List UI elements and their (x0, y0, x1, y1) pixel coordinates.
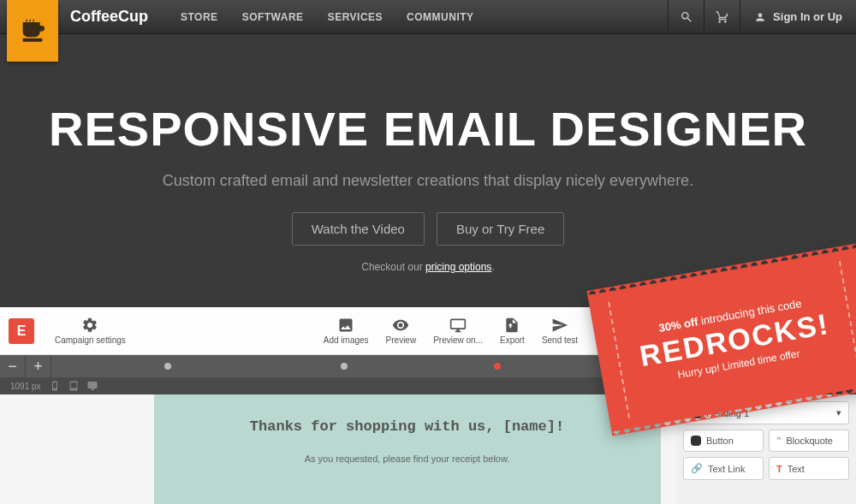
breakpoint-marker[interactable] (341, 363, 348, 370)
export-button[interactable]: Export (491, 317, 533, 345)
buy-try-button[interactable]: Buy or Try Free (437, 212, 564, 246)
breakpoint-marker-active[interactable] (494, 363, 501, 370)
send-icon (551, 317, 568, 334)
preview-on-button[interactable]: Preview on... (425, 317, 491, 345)
pricing-link[interactable]: pricing options (425, 261, 491, 273)
cart-icon (716, 10, 729, 24)
email-heading: Thanks for shopping with us, [name]! (171, 418, 643, 435)
brand-logo[interactable] (7, 0, 58, 62)
watch-video-button[interactable]: Watch the Video (292, 212, 425, 246)
toolbar-center: Add images Preview Preview on... Export … (315, 317, 586, 345)
coffee-cup-icon (19, 17, 46, 44)
top-navbar: CoffeeCup STORE SOFTWARE SERVICES COMMUN… (0, 0, 856, 34)
signin-label: Sign In or Up (773, 10, 842, 23)
send-test-button[interactable]: Send test (533, 317, 586, 345)
breakpoint-marker[interactable] (164, 363, 171, 370)
tablet-icon (68, 381, 79, 391)
add-images-button[interactable]: Add images (315, 317, 377, 345)
nav-store[interactable]: STORE (169, 0, 230, 33)
blockquote-element[interactable]: ”Blockquote (769, 430, 849, 452)
textlink-element[interactable]: 🔗Text Link (683, 457, 764, 480)
nav-software[interactable]: SOFTWARE (230, 0, 316, 33)
brand-name[interactable]: CoffeeCup (70, 8, 148, 26)
desktop-icon (87, 381, 98, 391)
zoom-in-button[interactable]: + (26, 355, 51, 377)
export-icon (503, 317, 520, 334)
button-element[interactable]: Button (683, 430, 764, 452)
image-icon (337, 317, 354, 334)
zoom-out-button[interactable]: − (0, 355, 26, 377)
campaign-settings-button[interactable]: Campaign settings (46, 317, 134, 345)
ticket-perforation (608, 302, 630, 418)
text-element[interactable]: TText (769, 457, 849, 480)
hero-subtitle: Custom crafted email and newsletter crea… (17, 172, 839, 190)
cart-button[interactable] (704, 0, 740, 33)
email-preview[interactable]: Thanks for shopping with us, [name]! As … (154, 394, 661, 504)
phone-icon (50, 381, 60, 391)
ticket-perforation (839, 261, 856, 377)
signin-button[interactable]: Sign In or Up (740, 0, 856, 33)
email-body: As you requested, please find your recei… (171, 454, 643, 464)
nav-right: Sign In or Up (668, 0, 856, 33)
nav-services[interactable]: SERVICES (316, 0, 395, 33)
gear-icon (81, 317, 98, 334)
hero-title: RESPONSIVE EMAIL DESIGNER (17, 101, 839, 157)
search-icon (680, 10, 693, 24)
user-icon (754, 11, 766, 23)
nav-community[interactable]: COMMUNITY (395, 0, 486, 33)
search-button[interactable] (668, 0, 704, 33)
primary-nav: STORE SOFTWARE SERVICES COMMUNITY (169, 0, 486, 33)
monitor-icon (449, 317, 467, 334)
hero-buttons: Watch the Video Buy or Try Free (17, 212, 839, 246)
app-logo[interactable]: E (9, 318, 34, 344)
eye-icon (392, 317, 409, 334)
preview-button[interactable]: Preview (377, 317, 425, 345)
viewport-width: 1091 px (10, 382, 41, 391)
